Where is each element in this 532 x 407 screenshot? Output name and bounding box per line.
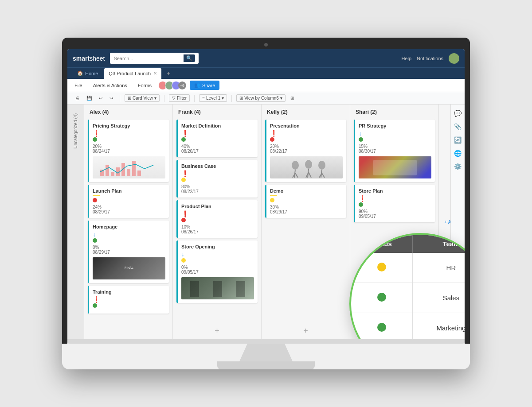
history-icon[interactable]: 🔄 bbox=[454, 136, 462, 143]
monitor-stand-neck bbox=[239, 344, 293, 361]
redo-button[interactable]: ↪ bbox=[107, 94, 115, 102]
forms-menu[interactable]: Forms bbox=[136, 82, 153, 89]
card-view-selector[interactable]: ⊞ Card View ▾ bbox=[125, 94, 160, 102]
lane-frank: Frank (4) Market Definition ❗ 40% 08/20/… bbox=[173, 105, 262, 339]
grid-button[interactable]: ⊞ bbox=[288, 94, 296, 102]
card-homepage[interactable]: Homepage ↓ 0% 08/29/17 FINAL bbox=[88, 221, 169, 283]
view-by-selector[interactable]: ⊞ View by Column6 ▾ bbox=[236, 94, 286, 102]
card-date: 08/22/17 bbox=[270, 149, 343, 154]
overlay-row-marketing: Marketing bbox=[351, 313, 465, 339]
settings-icon[interactable]: ⚙️ bbox=[454, 163, 462, 170]
card-title: Product Plan bbox=[181, 204, 254, 209]
card-image bbox=[93, 156, 165, 178]
card-date: 09/05/17 bbox=[359, 214, 431, 219]
card-title: Pricing Strategy bbox=[93, 123, 165, 128]
card-launch-plan[interactable]: Launch Plan 24% 08/29/17 bbox=[88, 185, 169, 218]
card-date: 08/22/17 bbox=[181, 189, 254, 194]
card-title: Training bbox=[93, 289, 165, 295]
globe-icon[interactable]: 🌐 bbox=[454, 150, 462, 157]
lane-header-kelly: Kelly (2) bbox=[262, 105, 350, 118]
chat-icon[interactable]: 💬 bbox=[454, 110, 462, 117]
status-cell-marketing bbox=[351, 313, 412, 339]
search-input[interactable] bbox=[113, 56, 182, 61]
card-percent: 20% bbox=[270, 144, 343, 149]
monitor-stand-base bbox=[217, 361, 315, 369]
active-tab[interactable]: Q3 Product Launch ✕ bbox=[104, 68, 161, 79]
status-dot bbox=[181, 137, 186, 142]
add-card-frank[interactable]: + bbox=[173, 323, 261, 339]
status-dot bbox=[270, 198, 274, 202]
monitor-screen: smartsheet 🔍 Help Notifications 🏠 Home bbox=[67, 49, 465, 344]
board-container: Uncategorized (4) Alex (4) Pricing Strat… bbox=[67, 105, 465, 339]
undo-button[interactable]: ↩ bbox=[97, 94, 105, 102]
card-business-case[interactable]: Business Case ❗ 80% 08/22/17 bbox=[176, 160, 258, 198]
card-priority: ❗ bbox=[93, 296, 165, 302]
toolbar-separator-4 bbox=[231, 95, 232, 102]
level-selector[interactable]: ≡ Level 1 ▾ bbox=[199, 94, 227, 102]
monitor: smartsheet 🔍 Help Notifications 🏠 Home bbox=[62, 38, 470, 369]
card-date: 08/24/17 bbox=[93, 149, 165, 154]
card-priority: ❗ bbox=[181, 171, 254, 177]
toolbar: 🖨 💾 ↩ ↪ ⊞ Card View ▾ ▽ Filter ≡ Level 1… bbox=[67, 92, 465, 105]
add-tab-button[interactable]: + bbox=[163, 68, 174, 79]
search-button[interactable]: 🔍 bbox=[184, 54, 195, 62]
active-tab-label: Q3 Product Launch bbox=[109, 71, 151, 76]
card-demo[interactable]: Demo 30% 08/29/17 bbox=[265, 185, 346, 218]
card-pr-strategy[interactable]: PR Strategy ↓ 15% 08/30/17 bbox=[354, 120, 435, 182]
filter-selector[interactable]: ▽ Filter bbox=[169, 94, 190, 102]
print-button[interactable]: 🖨 bbox=[73, 94, 82, 102]
svg-line-15 bbox=[309, 172, 311, 178]
card-pricing-strategy[interactable]: Pricing Strategy ❗ 20% 08/24/17 bbox=[88, 120, 169, 182]
toolbar-separator bbox=[120, 95, 120, 102]
card-store-plan[interactable]: Store Plan ❗ 90% 09/05/17 bbox=[354, 185, 435, 222]
card-title: Launch Plan bbox=[93, 188, 165, 194]
card-priority: ❗ bbox=[181, 211, 254, 217]
card-date: 08/29/17 bbox=[93, 250, 165, 255]
card-image: FINAL bbox=[93, 257, 165, 279]
lane-kelly: Kelly (2) Presentation ❗ 20% 08/22/17 bbox=[262, 105, 350, 339]
uncategorized-column: Uncategorized (4) bbox=[67, 105, 84, 339]
save-button[interactable]: 💾 bbox=[84, 94, 94, 102]
card-percent: 0% bbox=[181, 265, 254, 270]
lane-header-shari: Shari (2) bbox=[350, 105, 438, 118]
lane-cards-frank: Market Definition ❗ 40% 08/20/17 Busines… bbox=[173, 118, 261, 323]
card-product-plan[interactable]: Product Plan ❗ 10% 08/26/17 bbox=[176, 200, 258, 238]
status-dot bbox=[181, 258, 186, 263]
add-card-kelly[interactable]: + bbox=[262, 323, 350, 339]
status-dot-sales bbox=[377, 293, 386, 302]
card-percent: 20% bbox=[93, 144, 165, 149]
card-market-definition[interactable]: Market Definition ❗ 40% 08/20/17 bbox=[176, 120, 258, 157]
avatar-count: +6 bbox=[178, 81, 186, 89]
status-dot bbox=[93, 137, 97, 142]
notifications-link[interactable]: Notifications bbox=[417, 56, 443, 61]
status-dot bbox=[359, 202, 363, 207]
lane-cards-alex: Pricing Strategy ❗ 20% 08/24/17 bbox=[84, 118, 172, 339]
card-title: Business Case bbox=[181, 163, 254, 169]
alerts-menu[interactable]: Alerts & Actions bbox=[91, 82, 129, 89]
help-link[interactable]: Help bbox=[401, 56, 411, 61]
status-dot bbox=[181, 218, 186, 222]
team-cell-sales: Sales bbox=[412, 283, 465, 313]
card-percent: 0% bbox=[93, 245, 165, 250]
attachment-icon[interactable]: 📎 bbox=[454, 123, 462, 130]
tab-close-button[interactable]: ✕ bbox=[153, 71, 157, 76]
file-menu[interactable]: File bbox=[73, 82, 84, 89]
card-presentation[interactable]: Presentation ❗ 20% 08/22/17 bbox=[265, 120, 346, 182]
status-dot-marketing bbox=[377, 323, 386, 332]
card-image bbox=[181, 277, 254, 299]
status-cell-sales bbox=[351, 283, 412, 313]
card-title: Presentation bbox=[270, 123, 343, 128]
card-priority: ❗ bbox=[270, 130, 343, 136]
share-button[interactable]: 👥 Share bbox=[190, 81, 219, 90]
svg-line-11 bbox=[295, 173, 298, 178]
card-training[interactable]: Training ❗ bbox=[88, 286, 169, 314]
status-dot bbox=[359, 137, 363, 142]
user-avatar[interactable] bbox=[449, 53, 459, 64]
card-title: Store Plan bbox=[359, 188, 431, 194]
svg-point-8 bbox=[292, 161, 299, 170]
logo: smartsheet bbox=[73, 55, 105, 62]
card-percent: 40% bbox=[181, 144, 254, 149]
svg-line-19 bbox=[322, 173, 325, 178]
home-tab[interactable]: 🏠 Home bbox=[73, 68, 102, 79]
card-store-opening[interactable]: Store Opening ↓ 0% 09/05/17 bbox=[176, 240, 258, 303]
